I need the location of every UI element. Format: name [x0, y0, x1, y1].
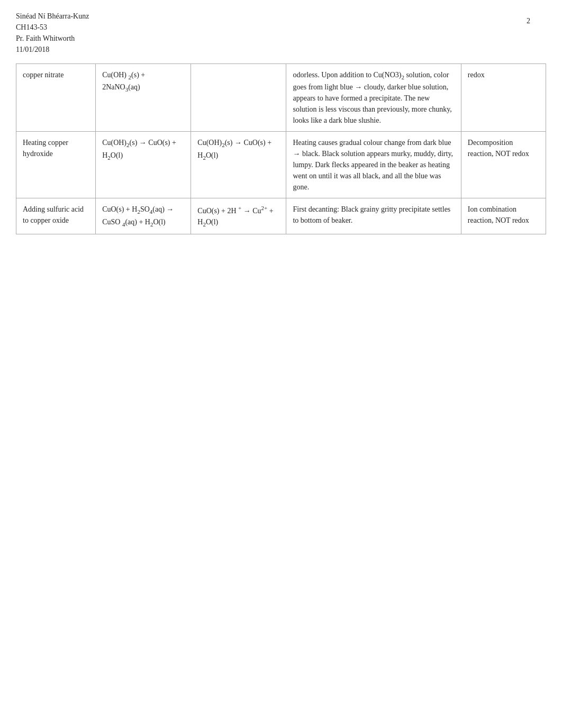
- reaction-type: Ion combination reaction, NOT redox: [461, 198, 546, 234]
- header-line1: Sinéad Ní Bhéarra-Kunz: [16, 11, 546, 22]
- balanced-equation: Cu(OH) 2(s) + 2NaNO3(aq): [96, 64, 191, 132]
- reaction-name: copper nitrate: [16, 64, 96, 132]
- table-row: Heating copper hydroxide Cu(OH)2(s) → Cu…: [16, 132, 546, 198]
- balanced-equation: CuO(s) + H2SO4(aq) → CuSO 4(aq) + H2O(l): [96, 198, 191, 234]
- net-ionic: Cu(OH)2(s) → CuO(s) + H2O(l): [191, 132, 286, 198]
- reaction-name: Adding sulfuric acid to copper oxide: [16, 198, 96, 234]
- reaction-name: Heating copper hydroxide: [16, 132, 96, 198]
- page-number: 2: [527, 17, 530, 25]
- reaction-type: Decomposition reaction, NOT redox: [461, 132, 546, 198]
- observations: odorless. Upon addition to Cu(NO3)2 solu…: [286, 64, 461, 132]
- net-ionic: CuO(s) + 2H + → Cu2+ + H2O(l): [191, 198, 286, 234]
- header-line3: Pr. Faith Whitworth: [16, 33, 546, 44]
- observations: First decanting: Black grainy gritty pre…: [286, 198, 461, 234]
- header: Sinéad Ní Bhéarra-Kunz CH143-53 Pr. Fait…: [16, 11, 546, 55]
- net-ionic: [191, 64, 286, 132]
- reaction-type: redox: [461, 64, 546, 132]
- balanced-equation: Cu(OH)2(s) → CuO(s) + H2O(l): [96, 132, 191, 198]
- observations: Heating causes gradual colour change fro…: [286, 132, 461, 198]
- header-line2: CH143-53: [16, 22, 546, 33]
- chemistry-table: copper nitrate Cu(OH) 2(s) + 2NaNO3(aq) …: [16, 63, 546, 234]
- table-row: copper nitrate Cu(OH) 2(s) + 2NaNO3(aq) …: [16, 64, 546, 132]
- header-line4: 11/01/2018: [16, 44, 546, 55]
- table-row: Adding sulfuric acid to copper oxide CuO…: [16, 198, 546, 234]
